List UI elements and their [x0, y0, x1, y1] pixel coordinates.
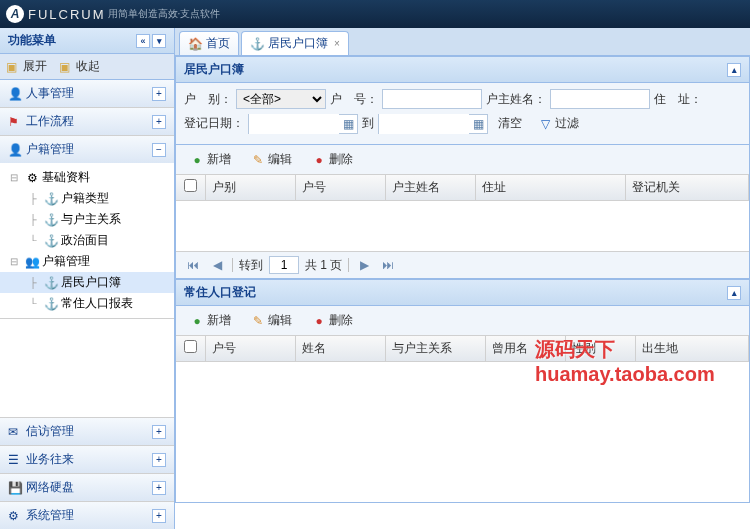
person-icon: 👤 [8, 143, 22, 157]
app-name: FULCRUM [28, 7, 106, 22]
col-head[interactable]: 户主姓名 [386, 175, 476, 200]
tree-minus-icon[interactable]: ⊟ [6, 170, 22, 186]
panel-resident: 常住人口登记 ▴ ●新增 ✎编辑 ●删除 户号 姓名 与户主关系 曾用名 性别 [175, 279, 750, 503]
anchor-icon: ⚓ [44, 234, 58, 248]
anchor-icon: ⚓ [44, 192, 58, 206]
tab-home[interactable]: 🏠 首页 [179, 31, 239, 55]
grid-toolbar-2: ●新增 ✎编辑 ●删除 [176, 306, 749, 336]
expand-icon[interactable]: + [152, 453, 166, 467]
sidebar-toolbar: ▣ 展开 ▣ 收起 [0, 54, 174, 80]
app-logo: A FULCRUM [6, 5, 106, 23]
expand-icon[interactable]: + [152, 509, 166, 523]
panel-collapse-icon[interactable]: ▴ [727, 286, 741, 300]
delete-button[interactable]: ●删除 [306, 310, 359, 331]
edit-button[interactable]: ✎编辑 [245, 310, 298, 331]
expand-icon[interactable]: + [152, 481, 166, 495]
col-name[interactable]: 姓名 [296, 336, 386, 361]
clear-button[interactable]: 清空 [492, 113, 528, 134]
tree-node-book[interactable]: ├ ⚓ 居民户口簿 [0, 272, 174, 293]
tab-book[interactable]: ⚓ 居民户口簿 × [241, 31, 349, 55]
page-input[interactable] [269, 256, 299, 274]
anchor-icon: ⚓ [44, 276, 58, 290]
tree-node-politics[interactable]: └ ⚓ 政治面目 [0, 230, 174, 251]
app-header: A FULCRUM 用简单创造高效·支点软件 [0, 0, 750, 28]
date-to-input[interactable] [379, 114, 469, 134]
col-addr[interactable]: 住址 [476, 175, 626, 200]
collapse-icon[interactable]: ▾ [152, 34, 166, 48]
next-page-icon[interactable]: ▶ [355, 256, 373, 274]
col-former[interactable]: 曾用名 [486, 336, 566, 361]
last-page-icon[interactable]: ⏭ [379, 256, 397, 274]
type-select[interactable]: <全部> [236, 89, 326, 109]
search-form: 户 别： <全部> 户 号： 户主姓名： 住 址： 登记日期： ▦ 到 ▦ 清空 [176, 83, 749, 145]
tree-node-type[interactable]: ├ ⚓ 户籍类型 [0, 188, 174, 209]
head-input[interactable] [550, 89, 650, 109]
logo-icon: A [6, 5, 24, 23]
anchor-icon: ⚓ [44, 213, 58, 227]
collapse-icon[interactable]: − [152, 143, 166, 157]
panel-collapse-icon[interactable]: ▴ [727, 63, 741, 77]
date-from-input[interactable] [249, 114, 339, 134]
col-type[interactable]: 户别 [206, 175, 296, 200]
sidebar-section-business[interactable]: ☰业务往来 + [0, 445, 174, 473]
sidebar-section-household[interactable]: 👤户籍管理 − [0, 136, 174, 163]
add-button[interactable]: ●新增 [184, 149, 237, 170]
edit-button[interactable]: ✎编辑 [245, 149, 298, 170]
collapse-left-icon[interactable]: « [136, 34, 150, 48]
num-input[interactable] [382, 89, 482, 109]
list-icon: ☰ [8, 453, 22, 467]
person-icon: 👤 [8, 87, 22, 101]
app-slogan: 用简单创造高效·支点软件 [108, 7, 221, 21]
calendar-icon[interactable]: ▦ [339, 117, 357, 131]
tree-node-mgmt[interactable]: ⊟ 👥 户籍管理 [0, 251, 174, 272]
first-page-icon[interactable]: ⏮ [184, 256, 202, 274]
collapse-icon: ▣ [59, 60, 73, 74]
expand-icon[interactable]: + [152, 115, 166, 129]
label-num: 户 号： [330, 91, 378, 108]
sidebar-section-petition[interactable]: ✉信访管理 + [0, 417, 174, 445]
tree-minus-icon[interactable]: ⊟ [6, 254, 22, 270]
sidebar-section-hr[interactable]: 👤人事管理 + [0, 80, 174, 107]
col-gender[interactable]: 性别 [566, 336, 636, 361]
close-icon[interactable]: × [334, 38, 340, 49]
anchor-icon: ⚓ [250, 37, 264, 51]
expand-all-button[interactable]: ▣ 展开 [6, 58, 47, 75]
sidebar-section-workflow[interactable]: ⚑工作流程 + [0, 108, 174, 135]
expand-icon[interactable]: + [152, 87, 166, 101]
flag-icon: ⚑ [8, 115, 22, 129]
content-area: 🏠 首页 ⚓ 居民户口簿 × 居民户口簿 ▴ 户 别： <全部> 户 [175, 28, 750, 529]
filter-button[interactable]: ▽过滤 [532, 113, 585, 134]
sidebar-title: 功能菜单 « ▾ [0, 28, 174, 54]
select-all-checkbox[interactable] [184, 340, 197, 353]
mail-icon: ✉ [8, 425, 22, 439]
add-button[interactable]: ●新增 [184, 310, 237, 331]
expand-icon: ▣ [6, 60, 20, 74]
col-birthplace[interactable]: 出生地 [636, 336, 749, 361]
sidebar-section-system[interactable]: ⚙系统管理 + [0, 501, 174, 529]
collapse-all-button[interactable]: ▣ 收起 [59, 58, 100, 75]
tree-node-report[interactable]: └ ⚓ 常住人口报表 [0, 293, 174, 314]
grid-household: 户别 户号 户主姓名 住址 登记机关 [176, 175, 749, 251]
select-all-checkbox[interactable] [184, 179, 197, 192]
sidebar-section-netdisk[interactable]: 💾网络硬盘 + [0, 473, 174, 501]
tree-node-relation[interactable]: ├ ⚓ 与户主关系 [0, 209, 174, 230]
tree-node-base[interactable]: ⊟ ⚙ 基础资料 [0, 167, 174, 188]
gear-icon: ⚙ [25, 171, 39, 185]
col-num[interactable]: 户号 [206, 336, 296, 361]
delete-icon: ● [312, 153, 326, 167]
people-icon: 👥 [25, 255, 39, 269]
gear-icon: ⚙ [8, 509, 22, 523]
prev-page-icon[interactable]: ◀ [208, 256, 226, 274]
label-head: 户主姓名： [486, 91, 546, 108]
calendar-icon[interactable]: ▦ [469, 117, 487, 131]
col-num[interactable]: 户号 [296, 175, 386, 200]
delete-button[interactable]: ●删除 [306, 149, 359, 170]
col-relation[interactable]: 与户主关系 [386, 336, 486, 361]
expand-icon[interactable]: + [152, 425, 166, 439]
grid-body [176, 201, 749, 251]
add-icon: ● [190, 314, 204, 328]
col-org[interactable]: 登记机关 [626, 175, 749, 200]
tab-bar: 🏠 首页 ⚓ 居民户口簿 × [175, 28, 750, 56]
label-to: 到 [362, 115, 374, 132]
grid-body [176, 362, 749, 502]
